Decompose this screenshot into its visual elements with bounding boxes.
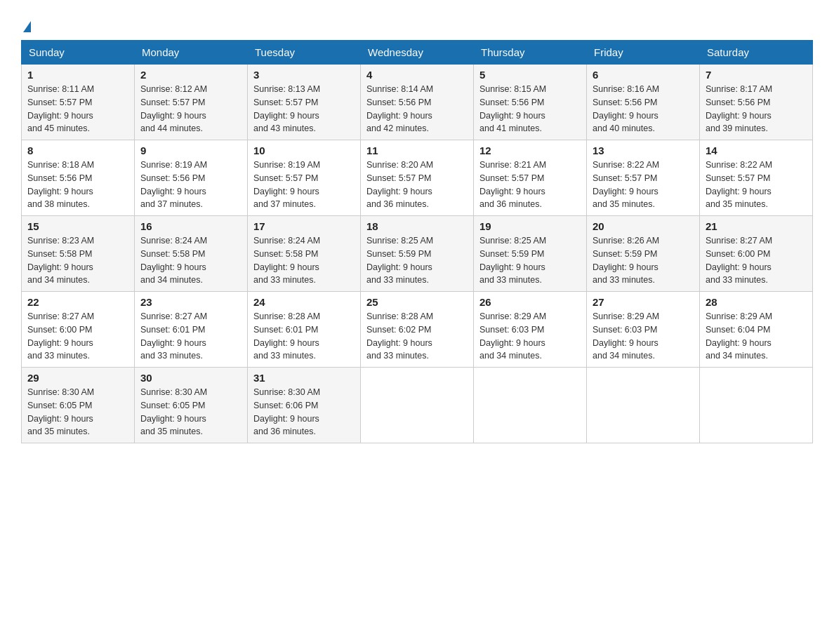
calendar-cell: 20Sunrise: 8:26 AMSunset: 5:59 PMDayligh… — [587, 216, 700, 292]
day-number: 22 — [27, 296, 128, 308]
day-info: Sunrise: 8:29 AMSunset: 6:03 PMDaylight:… — [593, 310, 694, 363]
day-number: 25 — [366, 296, 468, 308]
calendar-cell: 27Sunrise: 8:29 AMSunset: 6:03 PMDayligh… — [587, 292, 700, 368]
day-info: Sunrise: 8:20 AMSunset: 5:57 PMDaylight:… — [366, 159, 468, 211]
calendar-week-row: 1Sunrise: 8:11 AMSunset: 5:57 PMDaylight… — [22, 65, 813, 140]
header-sunday: Sunday — [22, 41, 135, 65]
day-number: 2 — [140, 69, 241, 81]
calendar-cell: 19Sunrise: 8:25 AMSunset: 5:59 PMDayligh… — [474, 216, 587, 292]
day-number: 31 — [253, 372, 355, 384]
day-number: 15 — [27, 220, 128, 232]
calendar-cell: 15Sunrise: 8:23 AMSunset: 5:58 PMDayligh… — [22, 216, 135, 292]
calendar-cell: 30Sunrise: 8:30 AMSunset: 6:05 PMDayligh… — [135, 368, 248, 443]
day-info: Sunrise: 8:25 AMSunset: 5:59 PMDaylight:… — [366, 234, 468, 287]
calendar-cell: 29Sunrise: 8:30 AMSunset: 6:05 PMDayligh… — [22, 368, 135, 443]
day-number: 12 — [479, 145, 581, 156]
calendar-week-row: 15Sunrise: 8:23 AMSunset: 5:58 PMDayligh… — [22, 216, 813, 292]
day-number: 30 — [140, 372, 241, 384]
logo-general-line — [21, 14, 31, 36]
calendar-cell: 14Sunrise: 8:22 AMSunset: 5:57 PMDayligh… — [700, 140, 813, 216]
header-tuesday: Tuesday — [248, 41, 361, 65]
day-info: Sunrise: 8:29 AMSunset: 6:03 PMDaylight:… — [479, 310, 581, 363]
calendar-cell: 23Sunrise: 8:27 AMSunset: 6:01 PMDayligh… — [135, 292, 248, 368]
day-number: 13 — [593, 145, 694, 156]
calendar-cell: 11Sunrise: 8:20 AMSunset: 5:57 PMDayligh… — [361, 140, 474, 216]
calendar-cell: 28Sunrise: 8:29 AMSunset: 6:04 PMDayligh… — [700, 292, 813, 368]
calendar-cell: 5Sunrise: 8:15 AMSunset: 5:56 PMDaylight… — [474, 65, 587, 140]
day-info: Sunrise: 8:23 AMSunset: 5:58 PMDaylight:… — [27, 234, 128, 287]
day-number: 8 — [27, 145, 128, 156]
day-number: 9 — [140, 145, 241, 156]
calendar-table: SundayMondayTuesdayWednesdayThursdayFrid… — [21, 40, 813, 443]
day-info: Sunrise: 8:27 AMSunset: 6:00 PMDaylight:… — [27, 310, 128, 363]
calendar-cell — [587, 368, 700, 443]
day-info: Sunrise: 8:17 AMSunset: 5:56 PMDaylight:… — [706, 83, 807, 135]
day-info: Sunrise: 8:29 AMSunset: 6:04 PMDaylight:… — [706, 310, 807, 363]
calendar-week-row: 29Sunrise: 8:30 AMSunset: 6:05 PMDayligh… — [22, 368, 813, 443]
day-info: Sunrise: 8:30 AMSunset: 6:06 PMDaylight:… — [253, 386, 355, 438]
day-info: Sunrise: 8:21 AMSunset: 5:57 PMDaylight:… — [479, 159, 581, 211]
logo — [21, 14, 31, 33]
calendar-cell: 2Sunrise: 8:12 AMSunset: 5:57 PMDaylight… — [135, 65, 248, 140]
day-number: 10 — [253, 145, 355, 156]
day-number: 16 — [140, 220, 241, 232]
day-info: Sunrise: 8:25 AMSunset: 5:59 PMDaylight:… — [479, 234, 581, 287]
day-info: Sunrise: 8:11 AMSunset: 5:57 PMDaylight:… — [27, 83, 128, 135]
day-info: Sunrise: 8:19 AMSunset: 5:56 PMDaylight:… — [140, 159, 241, 211]
day-number: 26 — [479, 296, 581, 308]
day-info: Sunrise: 8:12 AMSunset: 5:57 PMDaylight:… — [140, 83, 241, 135]
calendar-cell: 17Sunrise: 8:24 AMSunset: 5:58 PMDayligh… — [248, 216, 361, 292]
day-number: 27 — [593, 296, 694, 308]
day-number: 28 — [706, 296, 807, 308]
day-number: 5 — [479, 69, 581, 81]
calendar-cell: 31Sunrise: 8:30 AMSunset: 6:06 PMDayligh… — [248, 368, 361, 443]
header-wednesday: Wednesday — [361, 41, 474, 65]
calendar-header-row: SundayMondayTuesdayWednesdayThursdayFrid… — [22, 41, 813, 65]
day-number: 14 — [706, 145, 807, 156]
calendar-week-row: 22Sunrise: 8:27 AMSunset: 6:00 PMDayligh… — [22, 292, 813, 368]
calendar-cell: 10Sunrise: 8:19 AMSunset: 5:57 PMDayligh… — [248, 140, 361, 216]
day-number: 4 — [366, 69, 468, 81]
calendar-cell: 22Sunrise: 8:27 AMSunset: 6:00 PMDayligh… — [22, 292, 135, 368]
calendar-cell: 18Sunrise: 8:25 AMSunset: 5:59 PMDayligh… — [361, 216, 474, 292]
day-number: 7 — [706, 69, 807, 81]
day-info: Sunrise: 8:15 AMSunset: 5:56 PMDaylight:… — [479, 83, 581, 135]
day-number: 18 — [366, 220, 468, 232]
calendar-cell: 26Sunrise: 8:29 AMSunset: 6:03 PMDayligh… — [474, 292, 587, 368]
calendar-cell: 13Sunrise: 8:22 AMSunset: 5:57 PMDayligh… — [587, 140, 700, 216]
day-info: Sunrise: 8:26 AMSunset: 5:59 PMDaylight:… — [593, 234, 694, 287]
day-number: 21 — [706, 220, 807, 232]
day-info: Sunrise: 8:28 AMSunset: 6:01 PMDaylight:… — [253, 310, 355, 363]
day-info: Sunrise: 8:13 AMSunset: 5:57 PMDaylight:… — [253, 83, 355, 135]
calendar-cell: 1Sunrise: 8:11 AMSunset: 5:57 PMDaylight… — [22, 65, 135, 140]
day-number: 20 — [593, 220, 694, 232]
calendar-cell: 21Sunrise: 8:27 AMSunset: 6:00 PMDayligh… — [700, 216, 813, 292]
day-number: 17 — [253, 220, 355, 232]
calendar-cell — [700, 368, 813, 443]
day-info: Sunrise: 8:30 AMSunset: 6:05 PMDaylight:… — [27, 386, 128, 438]
day-info: Sunrise: 8:27 AMSunset: 6:00 PMDaylight:… — [706, 234, 807, 287]
calendar-cell: 7Sunrise: 8:17 AMSunset: 5:56 PMDaylight… — [700, 65, 813, 140]
day-number: 6 — [593, 69, 694, 81]
day-info: Sunrise: 8:16 AMSunset: 5:56 PMDaylight:… — [593, 83, 694, 135]
calendar-cell — [361, 368, 474, 443]
day-number: 24 — [253, 296, 355, 308]
day-info: Sunrise: 8:18 AMSunset: 5:56 PMDaylight:… — [27, 159, 128, 211]
calendar-cell: 24Sunrise: 8:28 AMSunset: 6:01 PMDayligh… — [248, 292, 361, 368]
day-info: Sunrise: 8:27 AMSunset: 6:01 PMDaylight:… — [140, 310, 241, 363]
header-saturday: Saturday — [700, 41, 813, 65]
calendar-cell: 9Sunrise: 8:19 AMSunset: 5:56 PMDaylight… — [135, 140, 248, 216]
calendar-cell — [474, 368, 587, 443]
page-header — [21, 14, 813, 33]
day-info: Sunrise: 8:24 AMSunset: 5:58 PMDaylight:… — [253, 234, 355, 287]
calendar-cell: 12Sunrise: 8:21 AMSunset: 5:57 PMDayligh… — [474, 140, 587, 216]
day-number: 11 — [366, 145, 468, 156]
day-number: 29 — [27, 372, 128, 384]
calendar-cell: 6Sunrise: 8:16 AMSunset: 5:56 PMDaylight… — [587, 65, 700, 140]
day-number: 3 — [253, 69, 355, 81]
calendar-cell: 4Sunrise: 8:14 AMSunset: 5:56 PMDaylight… — [361, 65, 474, 140]
calendar-week-row: 8Sunrise: 8:18 AMSunset: 5:56 PMDaylight… — [22, 140, 813, 216]
day-number: 23 — [140, 296, 241, 308]
header-thursday: Thursday — [474, 41, 587, 65]
calendar-cell: 16Sunrise: 8:24 AMSunset: 5:58 PMDayligh… — [135, 216, 248, 292]
